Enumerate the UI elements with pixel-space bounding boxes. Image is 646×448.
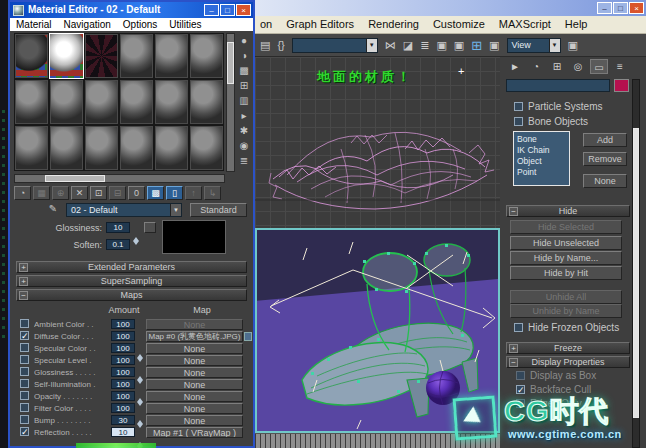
category-checkbox[interactable]	[514, 117, 523, 126]
map-amount-field[interactable]: 100	[111, 319, 135, 329]
backface-cull-checkbox[interactable]: ✓	[516, 385, 525, 394]
list-item[interactable]: IK Chain Object	[517, 145, 569, 167]
map-checkbox[interactable]: ✓	[20, 331, 29, 340]
menu-help[interactable]: Help	[565, 16, 588, 33]
map-slot-button[interactable]: None	[146, 403, 243, 414]
rollout-freeze[interactable]: + Freeze	[506, 342, 630, 354]
map-checkbox[interactable]	[20, 379, 29, 388]
background-icon[interactable]: ▩	[237, 65, 251, 80]
list-item[interactable]: Bone	[517, 134, 569, 145]
menu-options[interactable]: Options	[123, 18, 157, 31]
map-amount-field[interactable]: 100	[111, 343, 135, 353]
add-button[interactable]: Add	[583, 133, 627, 147]
material-editor-toggle-icon[interactable]: ⊞	[471, 38, 482, 53]
map-amount-spinner[interactable]	[136, 353, 144, 363]
sample-slot[interactable]	[154, 79, 189, 125]
select-by-material-icon[interactable]: ◉	[237, 140, 251, 155]
render-scene-icon[interactable]: ▣	[489, 39, 499, 52]
map-checkbox[interactable]	[20, 319, 29, 328]
object-name-field[interactable]	[506, 79, 610, 92]
list-item[interactable]: Point	[517, 167, 569, 178]
motion-tab-icon[interactable]: ◎	[569, 59, 587, 74]
main-restore-button[interactable]: □	[613, 2, 628, 14]
unhide-by-name-button[interactable]: Unhide by Name	[510, 304, 622, 318]
menu-graph-editors[interactable]: Graph Editors	[286, 16, 354, 33]
display-as-box-checkbox[interactable]	[516, 371, 525, 380]
edges-only-checkbox[interactable]	[516, 399, 525, 408]
make-preview-icon[interactable]: ▸	[237, 110, 251, 125]
map-amount-spinner[interactable]	[136, 375, 144, 385]
rollout-hide[interactable]: − Hide	[506, 205, 630, 217]
sample-slot[interactable]	[154, 125, 189, 171]
chevron-down-icon[interactable]: ▼	[170, 204, 181, 216]
remove-button[interactable]: Remove	[583, 152, 627, 166]
menu-utilities[interactable]: Utilities	[169, 18, 201, 31]
keyboard-shortcut-icon[interactable]: ▤	[260, 39, 270, 52]
map-amount-spinner[interactable]	[136, 419, 144, 429]
map-checkbox[interactable]	[20, 391, 29, 400]
glossiness-map-button[interactable]	[144, 222, 156, 233]
map-checkbox[interactable]	[20, 355, 29, 364]
reflection-map-button[interactable]: Map #1 ( VRayMap )	[146, 427, 243, 438]
sample-slot[interactable]	[154, 33, 189, 79]
make-unique-icon[interactable]: ⊡	[90, 186, 107, 200]
diffuse-lock-button[interactable]	[244, 332, 252, 341]
schematic-view-icon[interactable]: ▣	[454, 39, 464, 52]
show-map-in-viewport-icon[interactable]: ▩	[147, 186, 164, 200]
menu-customize[interactable]: Customize	[433, 16, 485, 33]
material-navigator-icon[interactable]: ≣	[237, 155, 251, 170]
map-amount-field[interactable]: 100	[111, 355, 135, 365]
render-view-dropdown[interactable]: View ▼	[507, 38, 561, 53]
map-slot-button[interactable]: None	[146, 343, 243, 354]
sample-slot[interactable]	[14, 125, 49, 171]
sample-tiling-icon[interactable]: ⊞	[237, 80, 251, 95]
main-window-titlebar[interactable]	[255, 0, 646, 16]
show-end-result-icon[interactable]: ▯	[166, 186, 183, 200]
menu-rendering[interactable]: Rendering	[368, 16, 419, 33]
slots-vscrollbar[interactable]	[226, 33, 235, 172]
map-checkbox[interactable]: ✓	[20, 427, 29, 436]
sample-slot[interactable]	[119, 33, 154, 79]
main-close-button[interactable]: ×	[629, 2, 644, 14]
quick-render-icon[interactable]: ▣	[568, 39, 578, 52]
sample-slot[interactable]	[84, 33, 119, 79]
named-selection-dropdown[interactable]: ▼	[292, 38, 378, 53]
sample-slot[interactable]	[189, 33, 224, 79]
close-button[interactable]: ×	[236, 4, 251, 16]
hide-unselected-button[interactable]: Hide Unselected	[510, 236, 622, 250]
create-tab-icon[interactable]: ►	[506, 59, 524, 74]
material-type-button[interactable]: Standard	[190, 203, 247, 217]
pick-material-icon[interactable]: ✎	[46, 203, 60, 215]
chevron-down-icon[interactable]: ▼	[366, 39, 377, 52]
minimize-button[interactable]: ‒	[204, 4, 219, 16]
map-slot-button[interactable]: None	[146, 415, 243, 426]
assign-material-icon[interactable]: ⊕	[52, 186, 69, 200]
utilities-tab-icon[interactable]: ≡	[611, 59, 629, 74]
effects-channel-icon[interactable]: 0	[128, 186, 145, 200]
hide-frozen-checkbox[interactable]	[514, 323, 523, 332]
chevron-down-icon[interactable]: ▼	[549, 39, 560, 52]
map-amount-field[interactable]: 100	[111, 379, 135, 389]
map-amount-field[interactable]: 100	[111, 403, 135, 413]
layers-icon[interactable]: ≣	[420, 39, 429, 52]
sample-slot[interactable]	[84, 125, 119, 171]
map-amount-field[interactable]: 100	[111, 331, 135, 341]
map-amount-spinner[interactable]	[136, 397, 144, 407]
mirror-icon[interactable]: ⋈	[385, 39, 396, 52]
options-icon[interactable]: ✱	[237, 125, 251, 140]
glossiness-spinner[interactable]	[132, 236, 140, 246]
viewport-camera-active[interactable]	[255, 228, 500, 433]
map-slot-button[interactable]: None	[146, 379, 243, 390]
rollout-supersampling[interactable]: + SuperSampling	[16, 275, 247, 287]
menu-animation-partial[interactable]: on	[260, 16, 272, 33]
sample-slot[interactable]	[14, 33, 49, 79]
reset-map-icon[interactable]: ✕	[71, 186, 88, 200]
display-tab-icon[interactable]: ▭	[590, 59, 608, 74]
sample-slot[interactable]	[189, 79, 224, 125]
slots-hscrollbar[interactable]	[14, 174, 225, 183]
map-checkbox[interactable]	[20, 343, 29, 352]
map-amount-field[interactable]: 100	[111, 367, 135, 377]
curve-editor-icon[interactable]: ▣	[436, 39, 446, 52]
map-amount-field[interactable]: 100	[111, 391, 135, 401]
sample-slot[interactable]	[119, 125, 154, 171]
